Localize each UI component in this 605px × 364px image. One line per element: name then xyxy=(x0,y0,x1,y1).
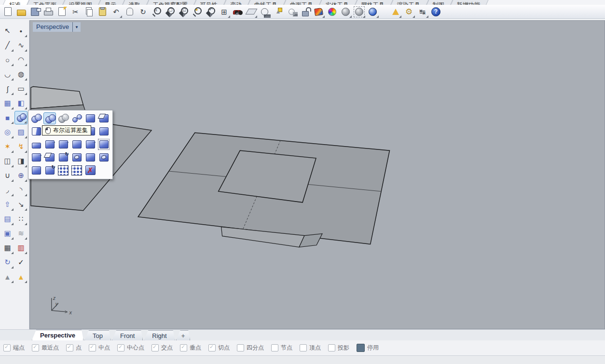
open-file-button[interactable] xyxy=(15,6,28,18)
perspective-viewport[interactable]: Perspective ▼ xyxy=(29,20,605,329)
emap-tool[interactable]: ≋ xyxy=(14,227,28,240)
viewport-canvas[interactable]: z y x xyxy=(30,21,605,329)
cone-tool[interactable]: ▲ xyxy=(1,270,14,283)
zoom-window-button[interactable]: ▢ xyxy=(164,6,176,18)
array-linear-tool[interactable]: ▥ xyxy=(14,241,28,255)
osnap-toggle[interactable]: 垂点 xyxy=(180,344,201,352)
tab-top[interactable]: Top xyxy=(84,330,111,340)
osnap-toggle[interactable]: 节点 xyxy=(271,344,292,352)
viewport-title-label[interactable]: Perspective xyxy=(33,22,72,32)
surface-from-points-tool[interactable]: ▦ xyxy=(1,96,14,110)
extrude-face-both-button[interactable] xyxy=(57,138,69,150)
undo-button[interactable]: ↶ xyxy=(110,6,122,18)
copy-tool[interactable]: ∷ xyxy=(14,212,28,226)
shaded-viewport-button[interactable] xyxy=(340,6,352,18)
rendered-viewport-button[interactable] xyxy=(367,6,379,18)
delete-hole-button[interactable]: ✗ xyxy=(84,164,96,176)
trim-tool[interactable]: ◫ xyxy=(1,154,14,168)
array-tool[interactable]: ▤ xyxy=(1,212,14,226)
round-hole-button[interactable] xyxy=(97,151,110,163)
extrude-face-tapered-button[interactable] xyxy=(70,138,83,150)
split-tool[interactable]: ◨ xyxy=(14,154,28,168)
rotate-face-button[interactable] xyxy=(57,151,69,163)
print-button[interactable] xyxy=(42,6,55,18)
place-text-button[interactable] xyxy=(84,151,96,163)
rectangle-tool[interactable]: ▭ xyxy=(14,82,28,95)
ellipse-tool[interactable]: ◍ xyxy=(14,67,28,81)
ghosted-viewport-button[interactable] xyxy=(353,6,365,18)
new-file-button[interactable] xyxy=(2,6,14,18)
color-wheel-button[interactable] xyxy=(326,6,338,18)
copy-button[interactable] xyxy=(83,6,95,18)
fillet-corner-tool[interactable]: ◝ xyxy=(14,183,28,197)
osnap-checkbox[interactable] xyxy=(3,344,11,351)
osnap-checkbox[interactable] xyxy=(300,344,307,351)
osnap-checkbox[interactable] xyxy=(117,344,124,351)
annotate-button[interactable]: ▲ xyxy=(272,6,284,18)
tab-right[interactable]: Right xyxy=(144,330,175,340)
osnap-checkbox[interactable] xyxy=(271,344,278,351)
viewport-layout-button[interactable]: ⊞ xyxy=(218,6,230,18)
array-hole-button[interactable] xyxy=(57,164,69,176)
array-hole-grid-button[interactable] xyxy=(70,164,83,176)
osnap-toggle[interactable]: 四分点 xyxy=(237,344,264,352)
osnap-toggle[interactable]: 最近点 xyxy=(32,344,59,352)
zoom-extents-button[interactable]: ◱ xyxy=(178,6,190,18)
osnap-toggle[interactable]: 切点 xyxy=(208,344,230,352)
osnap-toggle[interactable]: 顶点 xyxy=(300,344,321,352)
array-grid-tool[interactable]: ▦ xyxy=(1,241,14,255)
help-button[interactable]: ? xyxy=(430,6,442,18)
tab-front[interactable]: Front xyxy=(112,330,143,340)
convert-extrusion-button[interactable] xyxy=(97,125,110,137)
lock-button[interactable] xyxy=(299,6,311,18)
control-point-curve-tool[interactable]: ∫ xyxy=(1,82,14,95)
undo-view-button[interactable]: ↶ xyxy=(205,6,217,18)
cage-edit-button[interactable] xyxy=(97,138,110,150)
named-views-button[interactable] xyxy=(232,6,244,18)
cut-button[interactable]: ✂ xyxy=(69,6,82,18)
osnap-checkbox[interactable] xyxy=(180,344,187,351)
arc-tool[interactable]: ◠ xyxy=(14,53,28,67)
osnap-toggle[interactable]: 中点 xyxy=(89,344,110,352)
explode-tool[interactable]: ✶ xyxy=(1,140,14,153)
viewport-title-dropdown-icon[interactable]: ▼ xyxy=(72,22,81,32)
hide-tool[interactable]: ▲ xyxy=(14,270,28,283)
save-button[interactable] xyxy=(29,6,41,18)
boolean-intersection-button[interactable] xyxy=(57,112,69,124)
osnap-toggle[interactable]: 交点 xyxy=(151,344,173,352)
osnap-checkbox[interactable] xyxy=(208,344,216,351)
osnap-checkbox[interactable] xyxy=(328,344,335,351)
visibility-button[interactable] xyxy=(286,6,298,18)
extrude-tool[interactable]: ⇧ xyxy=(1,198,14,211)
osnap-toggle[interactable]: 端点 xyxy=(3,344,25,352)
circle-tool[interactable]: ○ xyxy=(1,53,14,67)
solid-box-tool[interactable]: ■ xyxy=(1,111,14,124)
selection-filter-button[interactable] xyxy=(389,6,401,18)
rotate-tool[interactable]: ↻ xyxy=(1,256,14,269)
point-tool[interactable]: • xyxy=(14,24,28,38)
boolean-two-objects-button[interactable] xyxy=(70,112,83,124)
mesh-tool[interactable]: ▨ xyxy=(14,125,28,139)
solid-boolean-tool[interactable] xyxy=(14,111,28,124)
scale-tool[interactable]: ↘ xyxy=(14,198,28,211)
group-tool[interactable]: ⊕ xyxy=(14,169,28,182)
extrude-face-button[interactable] xyxy=(43,138,56,150)
explode-mapping-tool[interactable]: ↯ xyxy=(14,140,28,153)
select-tool[interactable]: ↖ xyxy=(1,24,14,38)
osnap-toggle[interactable]: 中心点 xyxy=(117,344,144,352)
boolean-union-button[interactable] xyxy=(30,112,42,124)
turn-face-button[interactable] xyxy=(43,164,56,176)
cap-planar-holes-button[interactable] xyxy=(84,112,96,124)
chamfer-face-button[interactable] xyxy=(43,151,56,163)
osnap-disable-swatch[interactable] xyxy=(357,344,365,352)
check-tool[interactable]: ✓ xyxy=(14,256,28,269)
edit-page-button[interactable] xyxy=(56,6,68,18)
corner-box-button[interactable] xyxy=(30,164,42,176)
torus-tool[interactable]: ◎ xyxy=(1,125,14,139)
osnap-checkbox[interactable] xyxy=(151,344,159,351)
extrude-to-boundary-button[interactable] xyxy=(84,138,96,150)
boolean-difference-button[interactable] xyxy=(43,112,56,124)
osnap-checkbox[interactable] xyxy=(66,344,73,351)
elliptical-hole-button[interactable] xyxy=(70,151,83,163)
rotate-view-button[interactable]: ↻ xyxy=(137,6,149,18)
